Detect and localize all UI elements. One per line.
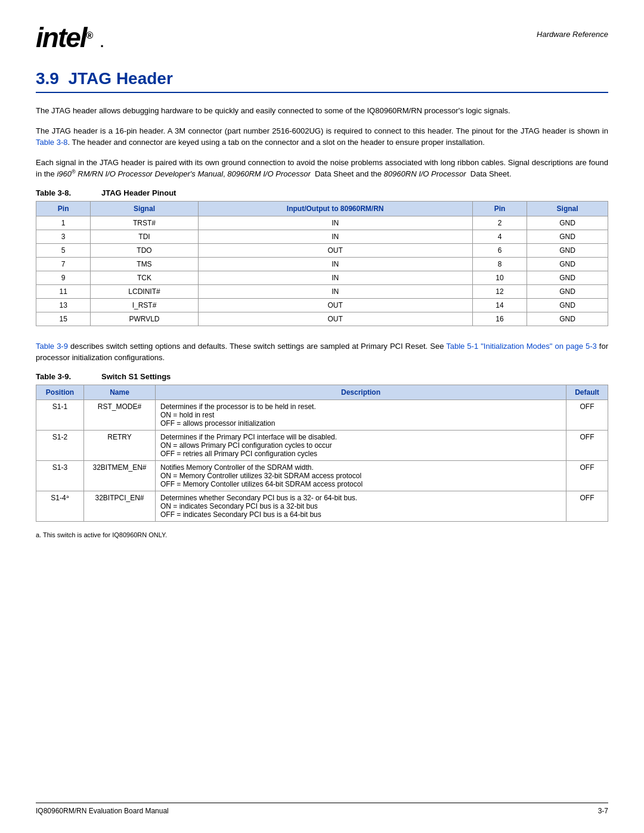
table-row: 5 TDO OUT 6 GND <box>36 243 608 257</box>
pin1-cell: 1 <box>36 216 91 230</box>
position-cell: S1-1 <box>36 400 84 430</box>
col-signal1: Signal <box>91 201 198 216</box>
table-row: 11 LCDINIT# IN 12 GND <box>36 284 608 298</box>
intel-logo: intel® . <box>36 24 104 51</box>
pin2-cell: 6 <box>472 243 527 257</box>
page-footer: IQ80960RM/RN Evaluation Board Manual 3-7 <box>36 803 608 815</box>
pin2-cell: 12 <box>472 284 527 298</box>
footer-right: 3-7 <box>598 807 608 815</box>
signal2-cell: GND <box>527 257 608 271</box>
signal1-cell: PWRVLD <box>91 312 198 326</box>
pin2-cell: 8 <box>472 257 527 271</box>
pin2-cell: 16 <box>472 312 527 326</box>
footer-left: IQ80960RM/RN Evaluation Board Manual <box>36 807 169 815</box>
name-cell: 32BITMEM_EN# <box>84 460 156 491</box>
table-row: S1-4ᵃ 32BITPCI_EN# Determines whether Se… <box>36 491 608 521</box>
signal2-cell: GND <box>527 230 608 243</box>
col-default: Default <box>566 385 608 400</box>
pin1-cell: 7 <box>36 257 91 271</box>
pin2-cell: 10 <box>472 271 527 284</box>
table39-label: Table 3-9. Switch S1 Settings <box>36 372 608 381</box>
signal1-cell: TMS <box>91 257 198 271</box>
pin1-cell: 15 <box>36 312 91 326</box>
col-name: Name <box>84 385 156 400</box>
io-cell: OUT <box>198 298 472 312</box>
pin1-cell: 11 <box>36 284 91 298</box>
jtag-pinout-table: Pin Signal Input/Output to 80960RM/RN Pi… <box>36 201 608 326</box>
pin2-cell: 14 <box>472 298 527 312</box>
pin1-cell: 3 <box>36 230 91 243</box>
table-row: 9 TCK IN 10 GND <box>36 271 608 284</box>
table38-label: Table 3-8. JTAG Header Pinout <box>36 188 608 197</box>
signal2-cell: GND <box>527 243 608 257</box>
name-cell: RST_MODE# <box>84 400 156 430</box>
switch-settings-table: Position Name Description Default S1-1 R… <box>36 385 608 522</box>
position-cell: S1-3 <box>36 460 84 491</box>
table38-section: Table 3-8. JTAG Header Pinout Pin Signal… <box>36 188 608 326</box>
col-pin1: Pin <box>36 201 91 216</box>
signal2-cell: GND <box>527 298 608 312</box>
table-row: S1-1 RST_MODE# Determines if the process… <box>36 400 608 430</box>
signal2-cell: GND <box>527 284 608 298</box>
header-subtitle: Hardware Reference <box>537 30 608 39</box>
signal2-cell: GND <box>527 312 608 326</box>
col-position: Position <box>36 385 84 400</box>
table-row: 7 TMS IN 8 GND <box>36 257 608 271</box>
name-cell: RETRY <box>84 430 156 460</box>
table-row: S1-3 32BITMEM_EN# Notifies Memory Contro… <box>36 460 608 491</box>
col-description: Description <box>156 385 566 400</box>
signal2-cell: GND <box>527 216 608 230</box>
table-row: 13 I_RST# OUT 14 GND <box>36 298 608 312</box>
io-cell: IN <box>198 271 472 284</box>
signal2-cell: GND <box>527 271 608 284</box>
table51-link[interactable]: Table 5-1 "Initialization Modes" on page… <box>446 342 597 351</box>
table39-footnote: a. This switch is active for IQ80960RN O… <box>36 531 608 538</box>
pin1-cell: 13 <box>36 298 91 312</box>
name-cell: 32BITPCI_EN# <box>84 491 156 521</box>
io-cell: IN <box>198 284 472 298</box>
signal1-cell: I_RST# <box>91 298 198 312</box>
position-cell: S1-2 <box>36 430 84 460</box>
default-cell: OFF <box>566 400 608 430</box>
description-cell: Notifies Memory Controller of the SDRAM … <box>156 460 566 491</box>
paragraph-1: The JTAG header allows debugging hardwar… <box>36 105 608 117</box>
col-io: Input/Output to 80960RM/RN <box>198 201 472 216</box>
description-cell: Determines whether Secondary PCI bus is … <box>156 491 566 521</box>
page-header: intel® . Hardware Reference <box>36 24 608 51</box>
col-pin2: Pin <box>472 201 527 216</box>
table39-section: Table 3-9. Switch S1 Settings Position N… <box>36 372 608 538</box>
signal1-cell: LCDINIT# <box>91 284 198 298</box>
table-row: 3 TDI IN 4 GND <box>36 230 608 243</box>
paragraph-between: Table 3-9 describes switch setting optio… <box>36 340 608 364</box>
pin2-cell: 2 <box>472 216 527 230</box>
table39-link1[interactable]: Table 3-9 <box>36 342 68 351</box>
position-cell: S1-4ᵃ <box>36 491 84 521</box>
default-cell: OFF <box>566 460 608 491</box>
pin1-cell: 9 <box>36 271 91 284</box>
pin2-cell: 4 <box>472 230 527 243</box>
table-row: 1 TRST# IN 2 GND <box>36 216 608 230</box>
description-cell: Determines if the processor is to be hel… <box>156 400 566 430</box>
io-cell: IN <box>198 230 472 243</box>
col-signal2: Signal <box>527 201 608 216</box>
signal1-cell: TCK <box>91 271 198 284</box>
table-row: 15 PWRVLD OUT 16 GND <box>36 312 608 326</box>
paragraph-3: Each signal in the JTAG header is paired… <box>36 157 608 180</box>
table38-link[interactable]: Table 3-8 <box>36 138 67 147</box>
io-cell: OUT <box>198 312 472 326</box>
description-cell: Determines if the Primary PCI interface … <box>156 430 566 460</box>
signal1-cell: TDO <box>91 243 198 257</box>
pin1-cell: 5 <box>36 243 91 257</box>
signal1-cell: TRST# <box>91 216 198 230</box>
signal1-cell: TDI <box>91 230 198 243</box>
io-cell: OUT <box>198 243 472 257</box>
io-cell: IN <box>198 216 472 230</box>
paragraph-2: The JTAG header is a 16-pin header. A 3M… <box>36 125 608 148</box>
section-title: 3.9 JTAG Header <box>36 69 608 93</box>
default-cell: OFF <box>566 430 608 460</box>
io-cell: IN <box>198 257 472 271</box>
default-cell: OFF <box>566 491 608 521</box>
table-row: S1-2 RETRY Determines if the Primary PCI… <box>36 430 608 460</box>
